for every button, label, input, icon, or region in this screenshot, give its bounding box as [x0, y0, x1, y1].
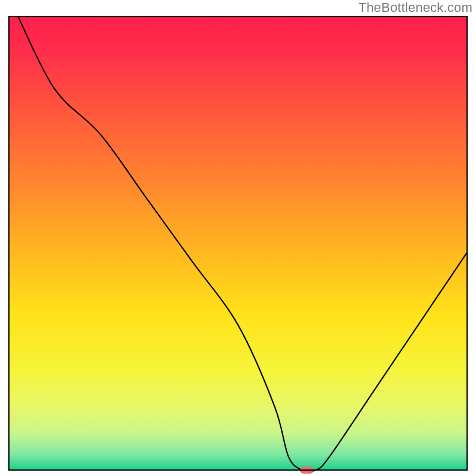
bottleneck-chart: TheBottleneck.com [0, 0, 476, 476]
chart-canvas [0, 0, 476, 476]
watermark-label: TheBottleneck.com [358, 0, 472, 15]
plot-background [9, 17, 467, 470]
